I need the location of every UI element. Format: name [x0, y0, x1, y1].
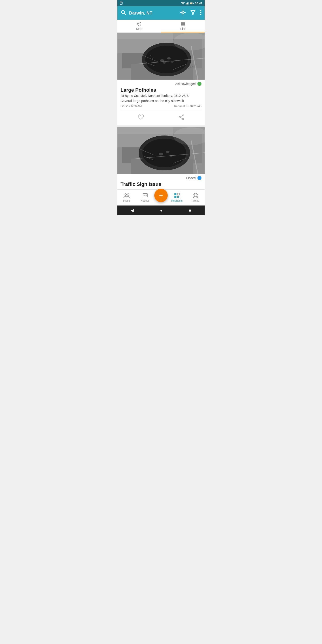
notices-icon: [142, 193, 148, 198]
nav-label-requests: Requests: [171, 199, 183, 202]
report-status-dot-2: [198, 176, 202, 180]
svg-point-20: [200, 10, 202, 12]
pothole-image-svg-1: [118, 33, 204, 80]
svg-line-55: [180, 118, 182, 119]
heart-icon: [138, 114, 144, 120]
svg-marker-19: [191, 10, 195, 15]
nav-fab-add[interactable]: +: [154, 189, 168, 202]
status-right: ⚡ 10:41: [181, 2, 202, 5]
svg-rect-31: [182, 26, 185, 26]
svg-rect-24: [181, 22, 182, 22]
nav-item-notices[interactable]: Notices: [136, 193, 154, 202]
report-status-label-2: Closed: [186, 176, 196, 180]
svg-point-51: [182, 115, 184, 116]
android-nav-bar: ◀ ● ■: [118, 206, 204, 215]
tab-map[interactable]: Map: [118, 20, 161, 32]
share-button-1[interactable]: [169, 113, 194, 123]
svg-point-82: [194, 194, 196, 196]
report-image-1: [118, 33, 204, 80]
tab-list[interactable]: List: [161, 20, 204, 32]
app-bar-actions: [180, 10, 202, 16]
svg-point-47: [163, 62, 166, 64]
report-description-1: Several large potholes on the city sidew…: [120, 99, 202, 103]
report-card-2: Closed Traffic Sign Issue: [118, 127, 204, 190]
svg-point-23: [139, 23, 140, 24]
nav-item-requests[interactable]: Requests: [168, 193, 186, 202]
svg-point-66: [159, 153, 163, 156]
profile-icon: [192, 193, 198, 198]
map-icon: [137, 22, 142, 26]
status-time: 10:41: [195, 2, 202, 5]
home-button[interactable]: ●: [160, 208, 162, 213]
svg-point-45: [167, 57, 170, 60]
report-address-1: 28 Byrne Cct, Moil, Northern Territory, …: [120, 94, 202, 98]
requests-icon: [174, 193, 180, 198]
svg-point-14: [182, 12, 183, 13]
svg-rect-25: [182, 22, 185, 22]
report-status-dot-1: [198, 82, 202, 86]
back-button[interactable]: ◀: [130, 208, 134, 213]
svg-point-21: [200, 12, 202, 13]
svg-rect-27: [182, 23, 185, 24]
report-date-1: 5/18/17 6:20 AM: [120, 104, 142, 108]
nav-item-profile[interactable]: Profile: [186, 193, 205, 202]
search-icon: [120, 10, 126, 16]
svg-rect-8: [193, 3, 194, 4]
report-body-1: Acknowledged Large Potholes 28 Byrne Cct…: [118, 80, 204, 126]
report-partial-body-2: Closed Traffic Sign Issue: [118, 174, 204, 190]
svg-point-53: [179, 116, 180, 118]
status-bar: ⚡ 10:41: [118, 0, 204, 6]
pothole-image-svg-2: [118, 127, 204, 174]
app-bar: Darwin, NT: [118, 6, 204, 20]
svg-point-73: [127, 194, 129, 196]
svg-point-52: [182, 118, 184, 120]
like-button-1[interactable]: [129, 113, 153, 123]
add-icon: +: [159, 192, 163, 199]
svg-point-22: [200, 14, 202, 15]
battery-icon: ⚡: [190, 2, 194, 4]
location-button[interactable]: [180, 10, 186, 16]
search-button[interactable]: [120, 10, 126, 16]
wifi-icon: [181, 2, 185, 4]
tab-map-label: Map: [136, 27, 142, 31]
svg-line-54: [180, 116, 182, 117]
svg-rect-26: [181, 23, 182, 24]
report-status-label-1: Acknowledged: [175, 82, 196, 86]
report-status-row-2: Closed: [120, 176, 202, 180]
svg-rect-1: [120, 2, 121, 2]
svg-rect-29: [182, 24, 185, 25]
recents-button[interactable]: ■: [189, 208, 192, 213]
status-left: [120, 2, 123, 5]
bottom-nav: Place Notices + Requests Profile: [118, 190, 204, 206]
svg-rect-3: [186, 4, 186, 4]
report-card-1: Acknowledged Large Potholes 28 Byrne Cct…: [118, 33, 204, 126]
svg-rect-2: [121, 2, 122, 2]
svg-rect-4: [186, 3, 187, 4]
signal-icon: [186, 2, 189, 4]
svg-point-38: [145, 46, 188, 73]
nav-item-place[interactable]: Place: [118, 193, 136, 202]
report-title-2: Traffic Sign Issue: [120, 181, 202, 187]
svg-point-67: [166, 151, 170, 153]
svg-point-72: [125, 194, 126, 196]
svg-rect-30: [181, 26, 182, 26]
filter-icon: [190, 10, 196, 15]
svg-rect-76: [174, 193, 176, 195]
app-bar-title: Darwin, NT: [129, 10, 177, 16]
report-title-1: Large Potholes: [120, 87, 202, 93]
svg-line-12: [124, 14, 126, 15]
report-request-id-1: Request ID: 3421748: [174, 104, 202, 108]
svg-point-44: [160, 59, 164, 62]
filter-button[interactable]: [190, 10, 196, 16]
place-icon: [123, 193, 130, 198]
report-meta-1: 5/18/17 6:20 AM Request ID: 3421748: [120, 104, 202, 108]
svg-text:⚡: ⚡: [190, 2, 192, 4]
more-options-button[interactable]: [200, 10, 202, 16]
content-area: Acknowledged Large Potholes 28 Byrne Cct…: [118, 33, 204, 190]
svg-point-46: [170, 61, 174, 62]
svg-rect-77: [174, 196, 176, 198]
share-icon: [178, 114, 184, 120]
report-image-2: [118, 127, 204, 174]
location-icon: [180, 10, 186, 16]
nav-label-profile: Profile: [192, 199, 199, 202]
